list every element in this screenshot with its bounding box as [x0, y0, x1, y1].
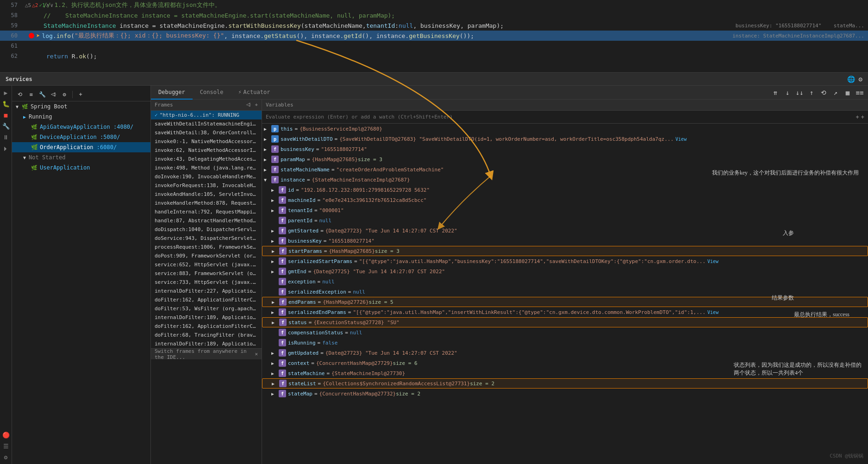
- var-row-compstatus[interactable]: ▶ f compensationStatus = null: [262, 327, 868, 338]
- var-expand-sep[interactable]: ▶: [271, 310, 279, 315]
- frame-item-19[interactable]: service:733, HttpServlet (javax.servlet.…: [151, 278, 262, 287]
- var-row-startparams[interactable]: ▶ f startParams = {HashMap@27685} size =…: [262, 246, 868, 256]
- var-row-bk[interactable]: ▶ f businessKey = "1655188027714": [262, 144, 868, 154]
- var-row-status[interactable]: ▶ f status = {ExecutionStatus@27728} "SU…: [262, 317, 868, 327]
- var-row-exception[interactable]: ▶ f exception = null: [262, 276, 868, 287]
- var-view-sep[interactable]: View: [707, 310, 718, 315]
- eval-input[interactable]: [266, 114, 852, 120]
- frame-item-22[interactable]: doFilter:53, WsFilter (org.apache.tomcat…: [151, 304, 262, 313]
- var-expand-gs[interactable]: ▶: [271, 228, 279, 233]
- var-row-ssp[interactable]: ▶ f serializedStartParams = "[{"@type":"…: [262, 256, 868, 266]
- debug-stepout-icon[interactable]: ↑: [807, 88, 816, 97]
- var-expand-smap[interactable]: ▶: [271, 391, 279, 396]
- var-expand-bk2[interactable]: ▶: [271, 238, 279, 244]
- left-icon-run[interactable]: ▶: [1, 88, 11, 98]
- frame-item-6[interactable]: invoke:498, Method (java.lang.reflect): [151, 163, 262, 172]
- tree-notstarted[interactable]: ▼ Not Started: [12, 152, 150, 163]
- frame-item-16[interactable]: doPost:909, FrameworkServlet (org.spring…: [151, 251, 262, 260]
- var-expand-bk[interactable]: ▶: [264, 147, 271, 152]
- frame-item-23[interactable]: internalDoFilter:189, ApplicationFilterC…: [151, 313, 262, 322]
- frame-item-24[interactable]: doFilter:162, ApplicationFilterChain (or…: [151, 322, 262, 331]
- debug-table-icon[interactable]: ▦: [843, 88, 852, 97]
- var-expand-sm[interactable]: ▶: [271, 371, 279, 376]
- frame-item-8[interactable]: invokeForRequest:138, InvocableHandler..…: [151, 181, 262, 190]
- frame-item-0[interactable]: ✓ "http-nio-6...in": RUNNING: [151, 111, 262, 119]
- toolbar-filter-icon[interactable]: ⏿: [49, 90, 57, 99]
- debug-stepover-icon[interactable]: ↓: [783, 88, 792, 97]
- var-row-isrunning[interactable]: ▶ f isRunning = false: [262, 338, 868, 348]
- left-icon-debug[interactable]: 🐛: [1, 99, 11, 109]
- var-row-gmtstarted[interactable]: ▶ f gmtStarted = {Date@27723} "Tue Jun 1…: [262, 226, 868, 236]
- toolbar-restart-icon[interactable]: ⟲: [16, 90, 24, 99]
- frame-item-17[interactable]: service:652, HttpServlet (javax.servlet.…: [151, 260, 262, 269]
- var-view-ssp[interactable]: View: [707, 259, 718, 264]
- var-expand-ep[interactable]: ▶: [272, 300, 279, 305]
- frame-item-2[interactable]: saveWithDetail:38, OrderController (cn.g…: [151, 128, 262, 137]
- var-expand-sp[interactable]: ▶: [272, 249, 279, 254]
- debug-stepinto-icon[interactable]: ↓↓: [795, 88, 804, 97]
- frame-item-5[interactable]: invoke:43, DelegatingMethodAccessorIm...: [151, 155, 262, 163]
- var-row-sep[interactable]: ▶ f serializedEndParams = "[{"@type":"ja…: [262, 307, 868, 317]
- frame-item-13[interactable]: doDispatch:1040, DispatcherServlet (org.…: [151, 225, 262, 234]
- frame-item-20[interactable]: internalDoFilter:227, ApplicationFilterC…: [151, 287, 262, 295]
- var-row-tenantid[interactable]: ▶ f tenantId = "000001": [262, 205, 868, 215]
- switch-frames-close[interactable]: ✕: [255, 351, 258, 357]
- tab-console[interactable]: Console: [193, 86, 231, 100]
- var-row-this[interactable]: ▶ p this = {BusinessServiceImpl@27680}: [262, 124, 868, 134]
- globe-icon[interactable]: 🌐: [847, 75, 855, 83]
- frames-filter-icon[interactable]: ⏿: [246, 102, 251, 108]
- var-row-parentid[interactable]: ▶ f parentId = null: [262, 215, 868, 226]
- var-row-id[interactable]: ▶ f id = "192.168.172.232:8091:279981652…: [262, 185, 868, 195]
- frames-add-icon[interactable]: +: [255, 102, 258, 108]
- tree-springboot[interactable]: ▼ 🌿 Spring Boot: [12, 101, 150, 112]
- var-expand-ctx[interactable]: ▶: [271, 361, 279, 366]
- var-expand-smn[interactable]: ▶: [264, 167, 271, 172]
- var-expand-ge[interactable]: ▶: [271, 269, 279, 274]
- var-expand-gu[interactable]: ▶: [271, 351, 279, 356]
- frame-item-18[interactable]: service:883, FrameworkServlet (org.sprin…: [151, 269, 262, 278]
- left-icon-stop[interactable]: ■: [1, 110, 11, 120]
- left-icon-resume[interactable]: ⏵: [1, 143, 11, 153]
- eval-add-watch-icon[interactable]: +: [861, 114, 864, 120]
- left-icon-list[interactable]: ☰: [1, 441, 11, 451]
- left-icon-tools[interactable]: 🔧: [1, 121, 11, 131]
- var-expand-sl[interactable]: ▶: [272, 381, 279, 386]
- frame-item-10[interactable]: invokeHandlerMethod:878, RequestMapp...: [151, 199, 262, 207]
- tree-device[interactable]: 🌿 DeviceApplication :5080/: [12, 132, 150, 142]
- debug-group-icon[interactable]: ≡≡: [855, 88, 864, 97]
- debug-evaluate-icon[interactable]: ↗: [831, 88, 840, 97]
- frame-item-11[interactable]: handleInternal:792, RequestMappingHan...: [151, 207, 262, 216]
- var-row-parammap[interactable]: ▶ f paramMap = {HashMap@27685} size = 3: [262, 154, 868, 164]
- tree-running[interactable]: ▶ Running: [12, 112, 150, 122]
- var-expand-tid[interactable]: ▶: [271, 208, 279, 213]
- tree-apigateway[interactable]: 🌿 ApiGatewayApplication :4080/: [12, 122, 150, 132]
- frame-item-9[interactable]: invokeAndHandle:105, ServletInvocableH..…: [151, 190, 262, 199]
- toolbar-build-icon[interactable]: 🔧: [38, 90, 46, 99]
- var-row-savedto[interactable]: ▶ p saveWithDetailDTO = {SaveWithDetailD…: [262, 134, 868, 144]
- eval-plus-icon[interactable]: +: [856, 114, 859, 120]
- frame-item-25[interactable]: doFilter:68, TracingFilter (brave.servle…: [151, 331, 262, 339]
- settings-icon[interactable]: ⚙: [859, 75, 862, 83]
- var-row-gmtend[interactable]: ▶ f gmtEnd = {Date@27725} "Tue Jun 14 14…: [262, 266, 868, 276]
- var-row-machineid[interactable]: ▶ f machineId = "e0e7e2413c396132fb76512…: [262, 195, 868, 205]
- frame-item-7[interactable]: doInvoke:190, InvocableHandlerMethod (..…: [151, 172, 262, 181]
- var-row-statemap[interactable]: ▶ f stateMap = {ConcurrentHashMap@27732}…: [262, 389, 868, 399]
- var-expand-st[interactable]: ▶: [272, 320, 279, 325]
- var-expand-pm[interactable]: ▶: [264, 157, 271, 162]
- left-icon-pause[interactable]: ⏸: [1, 132, 11, 142]
- var-view-savedto[interactable]: View: [675, 137, 687, 142]
- var-expand-this[interactable]: ▶: [264, 126, 271, 132]
- frame-item-21[interactable]: doFilter:162, ApplicationFilterChain (or…: [151, 295, 262, 304]
- var-expand-inst[interactable]: ▼: [264, 177, 271, 182]
- tree-order[interactable]: 🌿 OrderApplication :6080/: [12, 142, 150, 152]
- debug-restart-icon[interactable]: ⟲: [819, 88, 828, 97]
- frame-item-1[interactable]: saveWithDetailInStatemachineEngine:60: [151, 119, 262, 128]
- tab-debugger[interactable]: Debugger: [151, 86, 193, 100]
- var-expand-ssp[interactable]: ▶: [271, 259, 279, 264]
- left-icon-gear2[interactable]: ⚙: [1, 452, 11, 462]
- var-row-gmtupdated[interactable]: ▶ f gmtUpdated = {Date@27723} "Tue Jun 1…: [262, 348, 868, 358]
- frame-item-26[interactable]: internalDoFilter:189, ApplicationFilterC…: [151, 339, 262, 348]
- frame-item-4[interactable]: invoke:62, NativeMethodAccessorImpl (s..…: [151, 146, 262, 155]
- frame-item-14[interactable]: doService:943, DispatcherServlet (org.sp…: [151, 234, 262, 243]
- frame-item-3[interactable]: invoke0:-1, NativeMethodAccessorImpl (s.…: [151, 137, 262, 146]
